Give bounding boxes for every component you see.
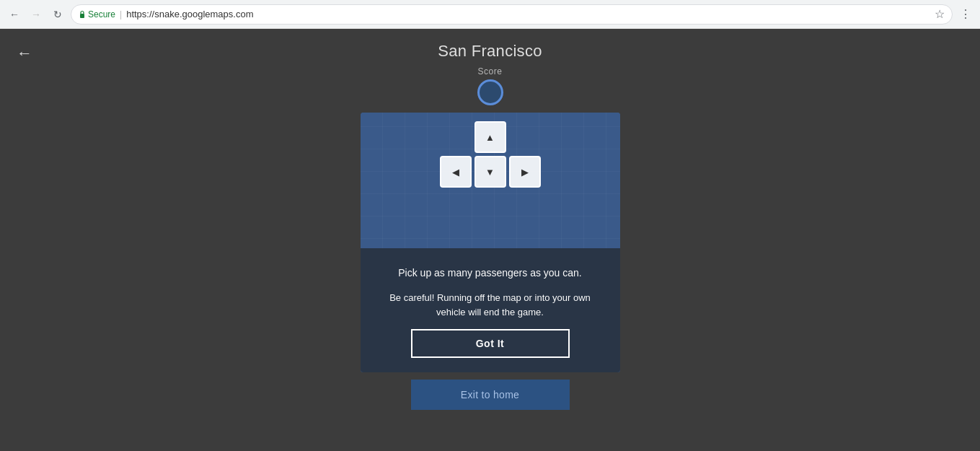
exit-home-button[interactable]: Exit to home bbox=[411, 380, 570, 410]
game-area: ▲ ◀ ▼ ▶ Pick up as many passengers as yo… bbox=[361, 113, 620, 372]
url-divider: | bbox=[120, 9, 122, 19]
forward-nav-button[interactable]: → bbox=[27, 6, 45, 23]
score-section: Score bbox=[477, 66, 503, 105]
instruction-primary: Pick up as many passengers as you can. bbox=[398, 266, 581, 281]
address-bar[interactable]: Secure | https://snake.googlemaps.com ☆ bbox=[71, 4, 953, 25]
page-back-button[interactable]: ← bbox=[12, 40, 37, 66]
right-arrow-button[interactable]: ▶ bbox=[509, 156, 541, 188]
lock-icon bbox=[79, 10, 86, 19]
score-label: Score bbox=[478, 66, 503, 76]
controls-top-row: ▲ bbox=[474, 121, 506, 153]
bookmark-button[interactable]: ☆ bbox=[935, 7, 945, 21]
down-arrow-button[interactable]: ▼ bbox=[474, 156, 506, 188]
instruction-warning: Be careful! Running off the map or into … bbox=[375, 291, 606, 319]
city-title: San Francisco bbox=[438, 42, 542, 61]
left-arrow-button[interactable]: ◀ bbox=[440, 156, 472, 188]
got-it-button[interactable]: Got It bbox=[411, 329, 570, 358]
score-circle bbox=[477, 79, 503, 105]
url-text: https://snake.googlemaps.com bbox=[126, 9, 253, 19]
back-nav-button[interactable]: ← bbox=[6, 6, 23, 23]
reload-button[interactable]: ↻ bbox=[49, 6, 66, 23]
page-content: ← San Francisco Score ▲ ◀ ▼ ▶ Pick up as… bbox=[0, 29, 980, 451]
svg-rect-0 bbox=[80, 14, 84, 18]
chrome-menu-button[interactable]: ⋮ bbox=[957, 4, 974, 24]
controls-middle-row: ◀ ▼ ▶ bbox=[440, 156, 541, 188]
secure-badge: Secure bbox=[79, 9, 115, 19]
directional-controls: ▲ ◀ ▼ ▶ bbox=[440, 121, 541, 188]
up-arrow-button[interactable]: ▲ bbox=[474, 121, 506, 153]
browser-chrome: ← → ↻ Secure | https://snake.googlemaps.… bbox=[0, 0, 980, 29]
instructions-overlay: Pick up as many passengers as you can. B… bbox=[361, 248, 620, 372]
